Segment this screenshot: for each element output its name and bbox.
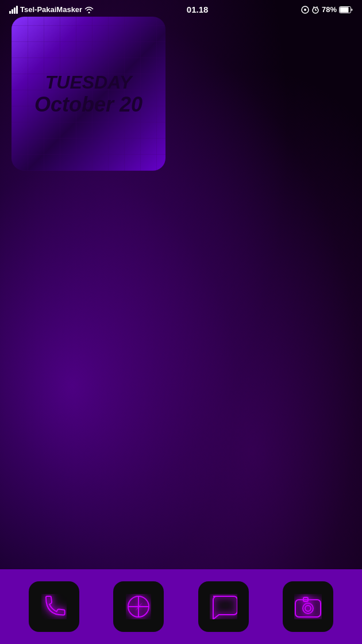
dock-camera-icon[interactable] [283,581,333,632]
signal-icon [9,6,18,14]
battery-label: 78% [322,5,337,14]
status-right: 78% [301,5,353,14]
svg-rect-45 [295,600,321,617]
dock-messages-icon[interactable] [198,581,249,632]
status-left: Tsel-PakaiMasker [9,5,94,14]
dock-phone-icon[interactable] [29,581,79,632]
widget-day: TUESDAY [34,72,143,93]
svg-point-46 [303,603,313,614]
widget-date: October 20 [34,93,143,116]
safari-svg [126,594,151,619]
dock-safari-icon[interactable] [113,581,164,632]
svg-point-1 [304,9,306,11]
svg-rect-8 [340,7,349,12]
dock-camera-svg [294,594,322,619]
widgetsmith-large[interactable]: TUESDAY October 20 [11,17,165,171]
status-bar: Tsel-PakaiMasker 01.18 78% [0,0,362,17]
phone-svg [41,594,67,619]
carrier-label: Tsel-PakaiMasker [20,5,82,14]
wifi-icon [84,6,94,13]
svg-point-47 [305,605,311,611]
time-display: 01.18 [187,5,209,14]
battery-icon [339,6,353,13]
alarm-icon [311,6,319,14]
dock [0,569,362,644]
target-icon [301,6,309,14]
messages-svg [210,594,237,619]
